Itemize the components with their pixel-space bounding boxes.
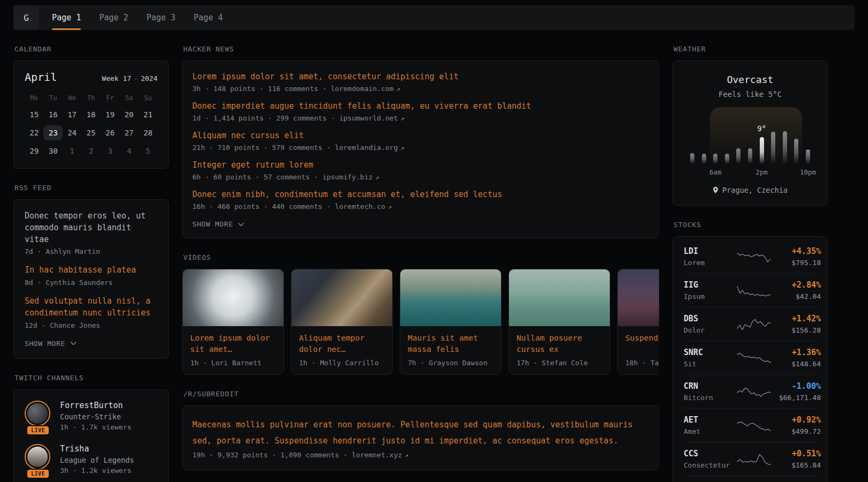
hn-item-meta: 6h · 60 points · 57 comments · ipsumify.… [192, 173, 649, 181]
tab-page-4[interactable]: Page 4 [194, 5, 223, 30]
calendar-weekday: Th [81, 92, 100, 104]
calendar-card: April Week 17·2024 MoTuWeThFrSaSu1516171… [13, 61, 169, 169]
stock-change: +1.42% [772, 314, 821, 323]
calendar-day: 28 [139, 125, 158, 140]
rss-item-link[interactable]: In hac habitasse platea [25, 265, 158, 276]
twitch-channel-name[interactable]: ForrestBurton [60, 401, 131, 410]
subreddit-post-meta: 19h · 9,932 points · 1,090 comments · lo… [192, 451, 649, 459]
stock-identity: AETAmet [684, 415, 736, 435]
hn-item-link[interactable]: Aliquam nec cursus elit [192, 131, 649, 140]
top-nav: G Page 1Page 2Page 3Page 4 [13, 5, 855, 30]
rss-widget: RSS FEED Donec tempor eros leo, ut commo… [13, 184, 169, 359]
external-link-icon: ↗ [405, 451, 408, 459]
stock-price: $795.18 [772, 259, 821, 267]
weather-section-label: WEATHER [674, 45, 828, 53]
stock-values: +0.92%$499.72 [772, 415, 821, 435]
weather-widget: WEATHER Overcast Feels like 5°C 9° 6am2p… [672, 45, 828, 206]
video-thumbnail[interactable] [291, 269, 392, 326]
twitch-channel[interactable]: LIVEForrestBurtonCounter-Strike1h · 1.7k… [25, 401, 158, 431]
stocks-widget: STOCKS LDILorem+4.35%$795.18IIGIpsum+2.8… [672, 221, 828, 482]
stock-symbol[interactable]: AET [684, 415, 736, 425]
weather-bar [760, 137, 764, 164]
external-link-icon: ↗ [376, 174, 379, 181]
hn-item-link[interactable]: Donec enim nibh, condimentum et accumsan… [192, 190, 649, 199]
subreddit-post-link[interactable]: Maecenas mollis pulvinar erat non posuer… [192, 417, 649, 449]
hn-show-more-button[interactable]: SHOW MORE [192, 219, 244, 228]
stock-name: Lorem [684, 259, 736, 267]
twitch-channel-info: ForrestBurtonCounter-Strike1h · 1.7k vie… [60, 401, 131, 431]
rss-item-meta: 7d · Ashlyn Martin [25, 247, 158, 255]
weather-card: Overcast Feels like 5°C 9° 6am2pm10pm Pr… [672, 61, 828, 206]
calendar-week-year: Week 17·2024 [102, 74, 158, 82]
twitch-card: LIVEForrestBurtonCounter-Strike1h · 1.7k… [13, 389, 169, 482]
rss-item-link[interactable]: Donec tempor eros leo, ut commodo mauris… [25, 210, 158, 245]
rss-item-link[interactable]: Sed volutpat nulla nisl, a condimentum n… [25, 296, 158, 319]
weather-location-text: Prague, Czechia [722, 186, 788, 194]
calendar-section-label: CALENDAR [14, 45, 169, 53]
stock-row[interactable]: AHS+0.46% [684, 476, 817, 482]
hn-item-meta: 3h · 148 points · 116 comments · loremdo… [192, 85, 649, 93]
stock-identity: CRNBitcorn [684, 381, 736, 402]
avatar [27, 447, 48, 467]
hn-item-link[interactable]: Donec imperdiet augue tincidunt felis al… [192, 101, 649, 111]
weather-bar [783, 131, 787, 164]
video-title: Lorem ipsum dolor sit amet consectetu… [190, 333, 276, 355]
tab-page-1[interactable]: Page 1 [52, 5, 81, 30]
stock-change: +1.36% [772, 348, 821, 357]
video-thumbnail[interactable] [183, 269, 283, 326]
video-card[interactable]: Mauris sit amet massa felis7h · Grayson … [400, 269, 502, 375]
stock-name: Amet [684, 427, 736, 435]
calendar-day-selected: 23 [43, 125, 62, 140]
calendar-day: 17 [63, 107, 81, 122]
stock-symbol[interactable]: SNRC [684, 348, 736, 357]
hn-item: Aliquam nec cursus elit21h · 710 points … [192, 131, 649, 152]
video-card[interactable]: Nullam posuere cursus ex17h · Stefan Col… [508, 269, 610, 375]
video-card[interactable]: Lorem ipsum dolor sit amet consectetu…1h… [182, 269, 284, 375]
stock-symbol[interactable]: CRN [684, 381, 736, 391]
weather-time-label [699, 168, 709, 176]
stock-row[interactable]: IIGIpsum+2.84%$42.04 [684, 273, 817, 307]
calendar-day: 1 [63, 144, 81, 159]
video-thumbnail[interactable] [618, 269, 659, 326]
stock-sparkline [736, 350, 772, 366]
twitch-channel[interactable]: LIVETrishaLeague of Legends3h · 1.2k vie… [25, 444, 158, 475]
video-card[interactable]: Aliquam tempor dolor nec pharetra…1h · M… [291, 269, 393, 375]
rss-show-more-button[interactable]: SHOW MORE [25, 338, 77, 348]
stock-values: +2.84%$42.04 [772, 280, 821, 300]
stock-name: Consectetur [684, 461, 736, 469]
stocks-section-label: STOCKS [674, 221, 828, 229]
stock-row[interactable]: CCSConsectetur+0.51%$165.84 [684, 442, 817, 476]
video-title: Mauris sit amet massa felis [408, 333, 493, 355]
page-tabs: Page 1Page 2Page 3Page 4 [52, 5, 223, 30]
live-badge: LIVE [26, 469, 50, 479]
twitch-channel-name[interactable]: Trisha [60, 444, 134, 454]
rss-item: In hac habitasse platea8d · Cynthia Saun… [25, 265, 158, 287]
stock-symbol[interactable]: DBS [684, 314, 736, 323]
stock-row[interactable]: AETAmet+0.92%$499.72 [684, 408, 817, 442]
stock-row[interactable]: LDILorem+4.35%$795.18 [684, 240, 817, 273]
hacker-news-section-label: HACKER NEWS [183, 45, 659, 53]
tab-page-2[interactable]: Page 2 [99, 5, 128, 30]
stock-price: $66,171.48 [772, 394, 821, 402]
hn-item-link[interactable]: Integer eget rutrum lorem [192, 160, 649, 170]
hn-item-link[interactable]: Lorem ipsum dolor sit amet, consectetur … [192, 72, 649, 81]
stock-row[interactable]: CRNBitcorn-1.00%$66,171.48 [684, 374, 817, 408]
weather-bar-slot [791, 112, 802, 164]
video-thumbnail[interactable] [400, 269, 501, 326]
weather-time-label [780, 168, 790, 176]
video-info: Aliquam tempor dolor nec pharetra…1h · M… [291, 326, 392, 374]
dashboard-columns: CALENDAR April Week 17·2024 MoTuWeThFrSa… [0, 45, 868, 482]
video-thumbnail[interactable] [509, 269, 610, 326]
stock-symbol[interactable]: IIG [684, 280, 736, 290]
stock-row[interactable]: SNRCSit+1.36%$148.64 [684, 341, 817, 374]
dashboard-page: G Page 1Page 2Page 3Page 4 CALENDAR Apri… [0, 0, 868, 482]
stock-row[interactable]: DBSDolor+1.42%$156.28 [684, 307, 817, 341]
video-meta: 1h · Molly Carrillo [299, 359, 385, 367]
chevron-down-icon [238, 222, 244, 227]
stock-symbol[interactable]: LDI [684, 246, 736, 256]
tab-page-3[interactable]: Page 3 [146, 5, 175, 30]
stock-symbol[interactable]: CCS [684, 449, 736, 458]
app-logo[interactable]: G [13, 5, 39, 30]
video-card[interactable]: Suspendisse diam18h · Tara [617, 269, 659, 375]
middle-column: HACKER NEWS Lorem ipsum dolor sit amet, … [182, 45, 659, 482]
